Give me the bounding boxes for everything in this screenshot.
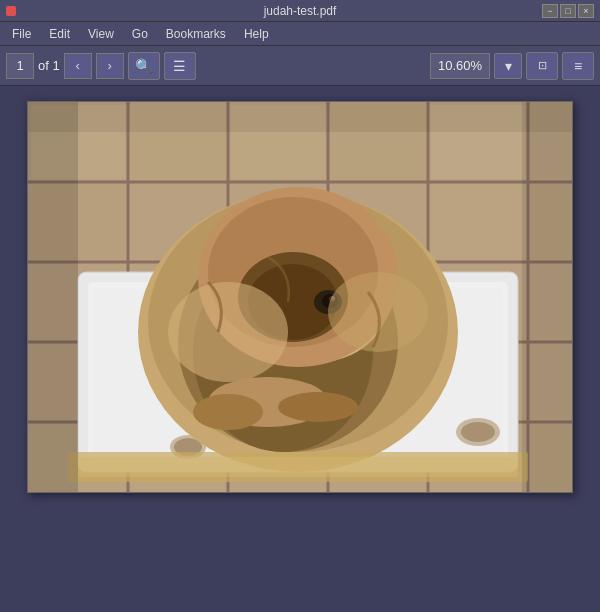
close-button[interactable]: × — [578, 4, 594, 18]
page-of-label: of 1 — [38, 58, 60, 73]
rabbit-svg — [28, 102, 572, 492]
sidebar-icon: ☰ — [173, 58, 186, 74]
svg-rect-53 — [522, 102, 572, 492]
svg-rect-51 — [78, 457, 518, 477]
back-icon: ‹ — [76, 58, 80, 73]
chevron-down-icon: ▾ — [505, 58, 512, 74]
search-button[interactable]: 🔍 — [128, 52, 160, 80]
svg-rect-52 — [28, 102, 78, 492]
minimize-button[interactable]: − — [542, 4, 558, 18]
svg-rect-16 — [431, 185, 525, 259]
main-content — [0, 86, 600, 612]
sidebar-button[interactable]: ☰ — [164, 52, 196, 80]
menu-view[interactable]: View — [80, 25, 122, 43]
title-bar: judah-test.pdf − □ × — [0, 0, 600, 22]
svg-point-28 — [461, 422, 495, 442]
back-button[interactable]: ‹ — [64, 53, 92, 79]
zoom-value-label: 10.60% — [430, 53, 490, 79]
window-controls: − □ × — [542, 4, 594, 18]
title-bar-left — [6, 6, 16, 16]
svg-point-48 — [193, 394, 263, 430]
toolbar: of 1 ‹ › 🔍 ☰ 10.60% ▾ ⊡ ≡ — [0, 46, 600, 86]
window-icon — [6, 6, 16, 16]
menu-bar: File Edit View Go Bookmarks Help — [0, 22, 600, 46]
menu-bookmarks[interactable]: Bookmarks — [158, 25, 234, 43]
maximize-button[interactable]: □ — [560, 4, 576, 18]
pdf-page — [27, 101, 573, 493]
svg-rect-54 — [28, 102, 572, 132]
svg-point-45 — [168, 282, 288, 382]
menu-file[interactable]: File — [4, 25, 39, 43]
zoom-dropdown-button[interactable]: ▾ — [494, 53, 522, 79]
menu-edit[interactable]: Edit — [41, 25, 78, 43]
zoom-area: 10.60% ▾ — [430, 53, 522, 79]
fit-page-button[interactable]: ⊡ — [526, 52, 558, 80]
window-title: judah-test.pdf — [264, 4, 337, 18]
svg-point-49 — [278, 392, 358, 422]
search-icon: 🔍 — [135, 58, 152, 74]
hamburger-icon: ≡ — [574, 58, 582, 74]
page-navigation: of 1 — [6, 53, 60, 79]
pdf-image — [28, 102, 572, 492]
forward-button[interactable]: › — [96, 53, 124, 79]
fit-page-icon: ⊡ — [538, 59, 547, 72]
page-number-input[interactable] — [6, 53, 34, 79]
menu-help[interactable]: Help — [236, 25, 277, 43]
options-menu-button[interactable]: ≡ — [562, 52, 594, 80]
forward-icon: › — [108, 58, 112, 73]
menu-go[interactable]: Go — [124, 25, 156, 43]
